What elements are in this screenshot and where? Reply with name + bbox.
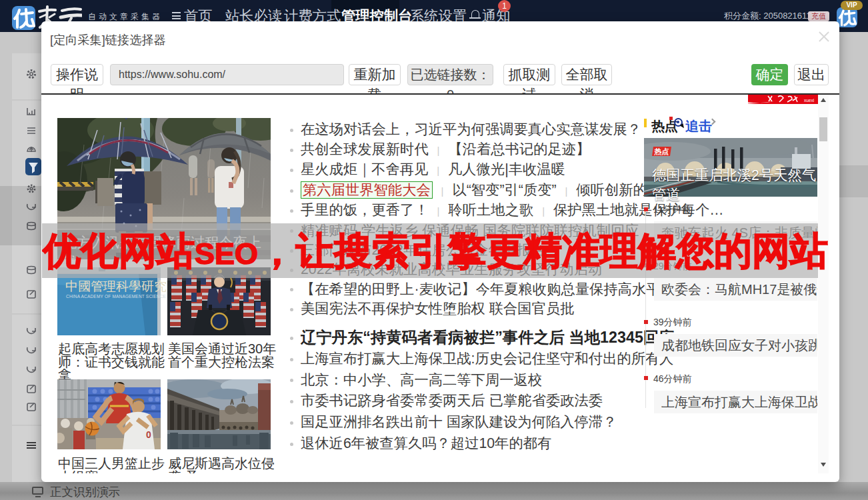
svg-text:xuexi: xuexi	[804, 98, 814, 103]
svg-text:0: 0	[146, 429, 151, 440]
